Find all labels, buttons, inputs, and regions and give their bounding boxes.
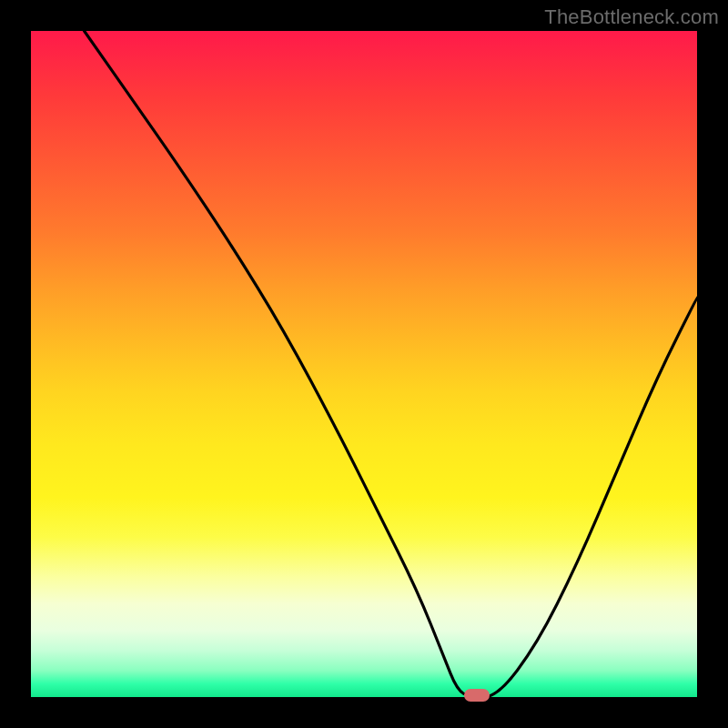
plot-area (31, 31, 697, 697)
bottleneck-curve (31, 31, 697, 697)
watermark-text: TheBottleneck.com (544, 5, 719, 29)
optimal-marker (464, 689, 490, 702)
chart-frame: TheBottleneck.com (0, 0, 728, 728)
